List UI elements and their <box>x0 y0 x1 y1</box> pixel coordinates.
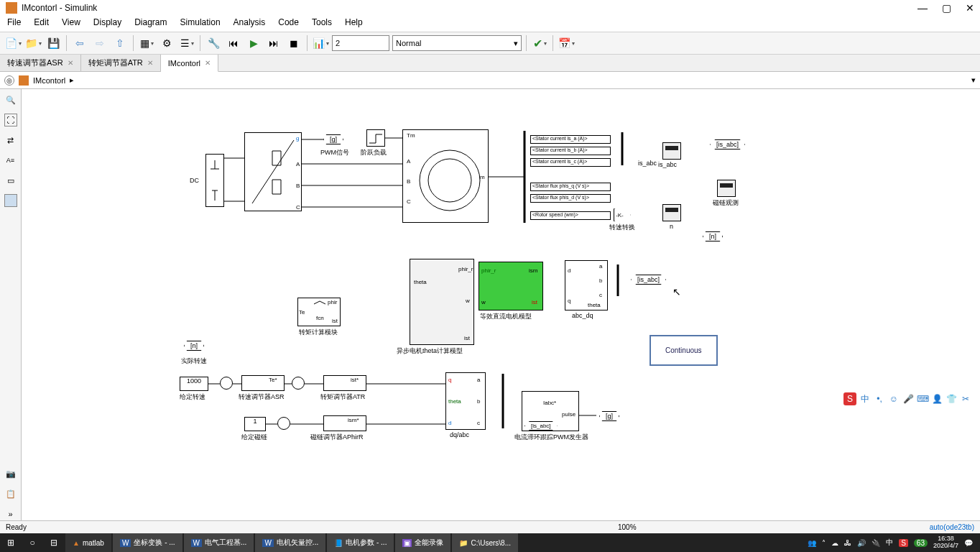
app-icon <box>6 2 17 14</box>
status-ready: Ready <box>6 523 27 531</box>
search-icon[interactable]: ○ <box>22 538 43 548</box>
menu-file[interactable]: File <box>7 17 21 30</box>
breadcrumb: ◎ IMcontorl ▸ ▾ <box>0 72 980 89</box>
menu-view[interactable]: View <box>62 17 80 30</box>
menu-display[interactable]: Display <box>93 17 121 30</box>
onedrive-icon: ☁ <box>831 539 838 547</box>
badge: 63 <box>914 539 928 547</box>
task-recorder[interactable]: ▣全能录像 <box>395 533 450 552</box>
minimize-button[interactable]: — <box>917 2 928 14</box>
ime-toolbar[interactable]: S 中•, ☺🎤 ⌨👤 👕✂ <box>843 392 971 405</box>
menu-code[interactable]: Code <box>278 17 299 30</box>
image-icon[interactable]: ▭ <box>4 174 17 187</box>
tab-atr[interactable]: 转矩调节器ATR✕ <box>81 55 161 71</box>
tab-strip: 转速调节器ASR✕ 转矩调节器ATR✕ IMcontorl✕ <box>0 55 980 72</box>
expand-icon[interactable]: » <box>4 507 17 520</box>
chevron-right-icon: ▸ <box>70 75 74 85</box>
window-controls: — ▢ ✕ <box>917 2 974 14</box>
cursor-icon: ↖ <box>672 286 681 298</box>
notification-icon: 💬 <box>964 539 973 547</box>
open-button[interactable]: 📁 <box>24 34 42 52</box>
menu-edit[interactable]: Edit <box>34 17 49 30</box>
statusbar: Ready 100% auto(ode23tb) <box>0 520 980 533</box>
camera-icon[interactable]: 📷 <box>4 467 17 480</box>
dropdown-icon[interactable]: ▾ <box>971 75 976 85</box>
menu-diagram[interactable]: Diagram <box>134 17 167 30</box>
breadcrumb-model[interactable]: IMcontorl <box>33 76 65 85</box>
close-icon[interactable]: ✕ <box>68 59 73 67</box>
back-button[interactable]: ⇦ <box>71 34 88 52</box>
status-solver[interactable]: auto(ode23tb) <box>930 523 974 531</box>
save-button[interactable]: 💾 <box>45 34 62 52</box>
library-button[interactable]: ▦ <box>138 34 155 52</box>
toolbar: 📄 📁 💾 ⇦ ⇨ ⇧ ▦ ⚙ ☰ 🔧 ⏮ ▶ ⏭ ◼ 📊 Normal▾ ✔ … <box>0 32 980 55</box>
canvas[interactable]: DC g A B C [g] PWM信号 阶跃负载 Tm A B C m <St… <box>22 89 980 520</box>
run-button[interactable]: ▶ <box>245 34 262 52</box>
sim-mode-select[interactable]: Normal▾ <box>392 35 522 51</box>
explorer-button[interactable]: ☰ <box>178 34 195 52</box>
task-word2[interactable]: W电气工程基... <box>184 533 254 552</box>
schedule-button[interactable]: 📅 <box>558 34 575 52</box>
tab-asr[interactable]: 转速调节器ASR✕ <box>0 55 81 71</box>
zoom-icon[interactable]: 🔍 <box>4 93 17 106</box>
block-icon[interactable] <box>4 194 17 207</box>
fit-icon[interactable]: ⛶ <box>4 114 17 126</box>
close-icon[interactable]: ✕ <box>147 59 153 67</box>
task-explorer[interactable]: 📁C:\Users\8... <box>452 533 518 552</box>
task-matlab[interactable]: ▲matlab <box>65 533 111 552</box>
step-fwd-button[interactable]: ⏭ <box>265 34 282 52</box>
forward-button[interactable]: ⇨ <box>91 34 108 52</box>
nav-target-icon[interactable]: ◎ <box>4 75 14 86</box>
stop-time-input[interactable] <box>332 35 389 51</box>
new-button[interactable]: 📄 <box>4 34 22 52</box>
report-icon[interactable]: 📋 <box>4 487 17 500</box>
tray-up-icon: ˄ <box>822 539 826 547</box>
menubar: File Edit View Display Diagram Simulatio… <box>0 16 980 32</box>
arrows-icon[interactable]: ⇄ <box>4 134 17 147</box>
diagnostics-button[interactable]: ✔ <box>531 34 548 52</box>
taskview-icon[interactable]: ⊟ <box>43 538 65 548</box>
menu-analysis[interactable]: Analysis <box>234 17 266 30</box>
palette: 🔍 ⛶ ⇄ A≡ ▭ 📷 📋 » <box>0 89 22 520</box>
model-icon <box>19 75 29 86</box>
record-button[interactable]: 📊 <box>312 34 329 52</box>
titlebar: IMcontorl - Simulink — ▢ ✕ <box>0 0 980 16</box>
build-button[interactable]: 🔧 <box>205 34 222 52</box>
taskbar: ⊞ ○ ⊟ ▲matlab W坐标变换 - ... W电气工程基... W电机矢… <box>0 533 980 552</box>
step-back-button[interactable]: ⏮ <box>225 34 242 52</box>
maximize-button[interactable]: ▢ <box>942 2 951 14</box>
menu-help[interactable]: Help <box>345 17 363 30</box>
start-button[interactable]: ⊞ <box>0 538 22 548</box>
menu-tools[interactable]: Tools <box>312 17 332 30</box>
sogou-icon: S <box>843 392 856 405</box>
window-title: IMcontorl - Simulink <box>22 3 97 13</box>
menu-simulation[interactable]: Simulation <box>180 17 221 30</box>
battery-icon: 🔌 <box>872 539 880 547</box>
status-zoom: 100% <box>618 523 637 531</box>
volume-icon: 🔊 <box>857 539 866 547</box>
network-icon: 🖧 <box>844 539 851 547</box>
stop-button[interactable]: ◼ <box>285 34 302 52</box>
close-button[interactable]: ✕ <box>966 2 974 14</box>
people-icon: 👥 <box>808 539 816 547</box>
task-notepad[interactable]: 📘电机参数 - ... <box>327 533 394 552</box>
task-word3[interactable]: W电机矢量控... <box>255 533 325 552</box>
close-icon[interactable]: ✕ <box>205 59 211 67</box>
task-word1[interactable]: W坐标变换 - ... <box>113 533 182 552</box>
up-button[interactable]: ⇧ <box>111 34 129 52</box>
config-button[interactable]: ⚙ <box>158 34 175 52</box>
systray[interactable]: 👥˄ ☁🖧 🔊🔌 中S 63 16:382020/4/7 💬 <box>808 535 980 550</box>
annotate-icon[interactable]: A≡ <box>4 154 17 167</box>
tab-imcontorl[interactable]: IMcontorl✕ <box>161 55 218 72</box>
